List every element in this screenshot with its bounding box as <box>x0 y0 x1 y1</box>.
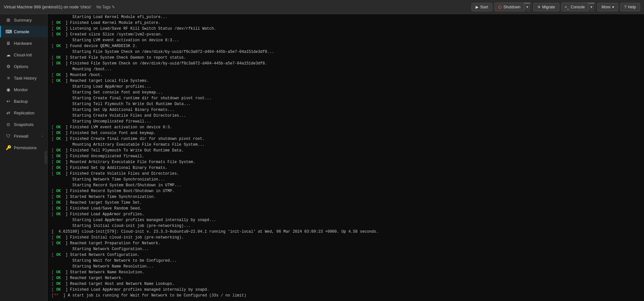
line-bracket: [ <box>52 206 54 211</box>
console-line: [ OK ] Finished Load AppArmor profiles. <box>52 211 640 217</box>
plain-line: Starting File System Check on /dev/disk/… <box>52 49 640 55</box>
console-line: [ OK ] Finished Set Up Additional Binary… <box>52 165 640 171</box>
backup-icon: ↩ <box>5 99 11 104</box>
console-line: [ OK ] Finished Uncomplicated firewall. <box>52 153 640 159</box>
migrate-button[interactable]: ✈ Migrate <box>533 3 559 11</box>
sidebar-label-monitor: Monitor <box>14 87 43 92</box>
chevron-down-icon-more: ▾ <box>612 5 614 9</box>
ok-badge: OK <box>54 153 63 159</box>
console-line: [** ] A start job is running for Wait fo… <box>52 293 640 298</box>
console-dropdown-button[interactable]: ▾ <box>588 3 595 11</box>
line-text: ] Reached target Local File Systems. <box>63 78 149 84</box>
edit-tags-icon[interactable]: ✎ <box>112 5 115 9</box>
tags-label: No Tags <box>96 5 110 9</box>
ok-badge: OK <box>54 281 63 287</box>
help-label: Help <box>628 5 636 9</box>
more-button[interactable]: More ▾ <box>597 3 618 11</box>
migrate-label: Migrate <box>542 5 555 9</box>
ok-badge: OK <box>54 275 63 281</box>
task-history-icon: ≡ <box>5 75 11 81</box>
line-bracket: [ <box>52 55 54 61</box>
ok-badge: OK <box>54 43 63 49</box>
shutdown-button[interactable]: ⏻ Shutdown <box>495 3 524 11</box>
line-bracket: [ <box>52 72 54 78</box>
ok-badge: OK <box>54 32 63 37</box>
start-button[interactable]: ▶ Start <box>471 3 492 11</box>
console-output[interactable]: Starting Load Kernel Module efi_pstore..… <box>48 14 644 301</box>
console-icon: ⌨ <box>5 29 11 34</box>
line-bracket: [ <box>52 136 54 142</box>
shutdown-icon: ⏻ <box>498 5 502 9</box>
ok-badge: OK <box>54 194 63 200</box>
plain-line: [ 4.625180] cloud-init[579]: Cloud-init … <box>52 229 640 235</box>
sidebar-item-firewall[interactable]: 🛡Firewall› <box>0 130 47 142</box>
console-line: [ OK ] Reached target Network. <box>52 275 640 281</box>
migrate-icon: ✈ <box>537 5 541 9</box>
line-text: ] Reached target System Time Set. <box>63 200 142 206</box>
console-line: [ OK ] Finished Initial cloud-init job (… <box>52 235 640 240</box>
sidebar-item-summary[interactable]: ⊞Summary <box>0 14 47 26</box>
line-bracket: [ <box>52 275 54 281</box>
line-text: ] Finished Tell Plymouth To Write Out Ru… <box>63 148 184 153</box>
snapshots-icon: ⊙ <box>5 122 11 127</box>
line-text: ] Finished Load Kernel Module efi_pstore… <box>63 20 160 26</box>
sidebar-item-options[interactable]: ⚙Options <box>0 61 47 72</box>
shutdown-dropdown-button[interactable]: ▾ <box>524 3 531 11</box>
firewall-icon: 🛡 <box>5 133 11 139</box>
console-line: [ OK ] Finished Set console font and key… <box>52 130 640 136</box>
sidebar-item-permissions[interactable]: 🔑Permissions <box>0 142 47 153</box>
line-text: ] Listening on Load/Save RF Kill Switch … <box>63 26 216 32</box>
console-line: [ OK ] Started File System Check Daemon … <box>52 55 640 61</box>
line-text: ] Finished LVM event activation on devic… <box>63 124 172 130</box>
plain-line: Starting LVM event activation on device … <box>52 37 640 43</box>
sidebar-item-replication[interactable]: ⇄Replication <box>0 107 47 119</box>
plain-line: Starting Create Volatile Files and Direc… <box>52 113 640 119</box>
line-bracket-err: [ <box>52 293 54 298</box>
sidebar-item-cloud-init[interactable]: ☁Cloud-Init <box>0 49 47 61</box>
console-button[interactable]: >_ Console <box>562 3 588 11</box>
sidebar-nav: ⊞Summary⌨Console🖥Hardware☁Cloud-Init⚙Opt… <box>0 14 47 153</box>
ok-badge: OK <box>54 287 63 293</box>
sidebar-item-hardware[interactable]: 🖥Hardware <box>0 37 47 49</box>
plain-line: Starting Set Up Additional Binary Format… <box>52 107 640 113</box>
sidebar-item-snapshots[interactable]: ⊙Snapshots <box>0 119 47 130</box>
console-line: [ OK ] Finished LVM event activation on … <box>52 124 640 130</box>
line-text: ] Finished Create Volatile Files and Dir… <box>63 171 179 177</box>
sidebar-item-backup[interactable]: ↩Backup <box>0 95 47 107</box>
line-text: ] Finished Load/Save Random Seed. <box>63 206 142 211</box>
sidebar-item-task-history[interactable]: ≡Task History <box>0 72 47 84</box>
line-bracket: [ <box>52 26 54 32</box>
plain-line: Mounting Arbitrary Executable File Forma… <box>52 142 640 148</box>
plain-line: Starting Load Kernel Module efi_pstore..… <box>52 14 640 20</box>
line-bracket: [ <box>52 159 54 165</box>
topbar: Virtual Machine 999 (jenkins01) on node … <box>0 0 644 14</box>
replication-icon: ⇄ <box>5 110 11 115</box>
line-bracket: [ <box>52 269 54 275</box>
line-bracket: [ <box>52 20 54 26</box>
sidebar-label-permissions: Permissions <box>14 145 43 150</box>
line-text: ] Reached target Preparation for Network… <box>63 240 160 246</box>
plain-line: Starting Wait for Network to be Configur… <box>52 258 640 264</box>
console-line: [ OK ] Created slice Slice /system/lvm2-… <box>52 32 640 37</box>
sidebar-item-monitor[interactable]: ◉Monitor <box>0 84 47 95</box>
line-bracket: [ <box>52 61 54 66</box>
plain-line: Starting Network Name Resolution... <box>52 264 640 269</box>
sidebar-collapse-handle[interactable]: › <box>45 151 48 164</box>
help-button[interactable]: ? Help <box>620 3 640 11</box>
main-layout: ⊞Summary⌨Console🖥Hardware☁Cloud-Init⚙Opt… <box>0 14 644 301</box>
line-bracket: [ <box>52 153 54 159</box>
console-line: [ OK ] Finished File System Check on /de… <box>52 61 640 66</box>
sidebar-label-backup: Backup <box>14 99 43 104</box>
permissions-icon: 🔑 <box>5 145 11 150</box>
help-icon: ? <box>624 5 627 9</box>
line-bracket: [ <box>52 188 54 194</box>
ok-badge: OK <box>54 235 63 240</box>
line-text: ] Finished Load AppArmor profiles manage… <box>63 287 209 293</box>
sidebar-label-options: Options <box>14 64 43 69</box>
console-line: [ OK ] Finished Tell Plymouth To Write O… <box>52 148 640 153</box>
ok-badge: OK <box>54 148 63 153</box>
line-bracket: [ <box>52 287 54 293</box>
sidebar-item-console[interactable]: ⌨Console <box>0 26 47 37</box>
line-bracket: [ <box>52 240 54 246</box>
plain-line: Starting Create final runtime dir for sh… <box>52 95 640 101</box>
